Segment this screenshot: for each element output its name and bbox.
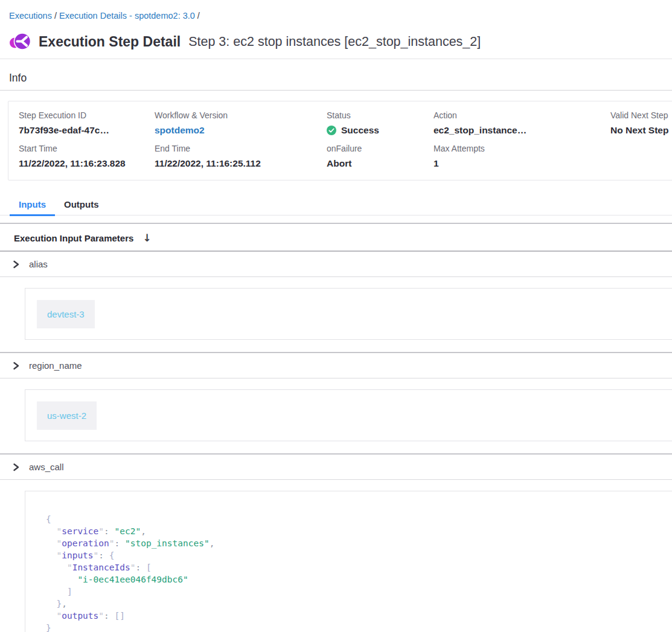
param-name: aws_call [29, 462, 64, 472]
breadcrumb-link-execution-details[interactable]: Execution Details - spotdemo2: 3.0 [59, 11, 195, 21]
execution-input-parameters-header: Execution Input Parameters ↓ [14, 232, 672, 244]
field-value: 1 [434, 158, 610, 169]
field-label: Max Attempts [434, 144, 610, 154]
field-value: Abort [327, 158, 434, 169]
field-workflow-version: Workflow & Version spotdemo2 [155, 110, 327, 136]
chevron-right-icon [12, 260, 20, 269]
param-json-box: { "service": "ec2", "operation": "stop_i… [25, 491, 672, 632]
chevron-right-icon [12, 362, 20, 370]
field-label: Workflow & Version [155, 110, 327, 121]
tab-outputs[interactable]: Outputs [55, 194, 108, 215]
field-empty [610, 144, 672, 169]
param-section-alias: alias devtest-3 [0, 252, 672, 353]
param-value-box: devtest-3 [25, 288, 672, 340]
param-value-box: us-west-2 [25, 389, 672, 441]
param-value-chip: devtest-3 [37, 300, 95, 328]
breadcrumb-separator: / [195, 11, 202, 21]
down-arrow-icon[interactable]: ↓ [142, 232, 151, 244]
section-toggle-aws-call[interactable]: aws_call [0, 455, 672, 480]
param-name: alias [29, 259, 48, 269]
section-toggle-region-name[interactable]: region_name [0, 353, 672, 378]
params-heading: Execution Input Parameters [14, 233, 133, 243]
field-start-time: Start Time 11/22/2022, 11:16:23.828 [19, 144, 155, 169]
field-valid-next-step: Valid Next Step No Next Step [610, 110, 672, 136]
field-step-execution-id: Step Execution ID 7b73f93e-edaf-47c… [19, 110, 155, 136]
workflow-link[interactable]: spotdemo2 [155, 124, 327, 136]
page-subtitle: Step 3: ec2 stop instances [ec2_stop_ins… [188, 34, 481, 49]
field-label: Valid Next Step [610, 110, 672, 121]
page-header: Execution Step Detail Step 3: ec2 stop i… [9, 30, 663, 53]
field-value: ec2_stop_instance… [434, 124, 610, 136]
page-title: Execution Step Detail [39, 34, 181, 50]
json-code: { "service": "ec2", "operation": "stop_i… [46, 513, 672, 632]
field-label: Step Execution ID [19, 110, 155, 121]
field-label: onFailure [327, 144, 434, 154]
param-section-aws-call: aws_call { "service": "ec2", "operation"… [0, 455, 672, 632]
breadcrumb: Executions/Execution Details - spotdemo2… [0, 0, 672, 21]
field-action: Action ec2_stop_instance… [434, 110, 610, 136]
field-value: No Next Step [610, 124, 672, 136]
success-check-icon [327, 126, 336, 135]
param-name: region_name [29, 360, 82, 371]
field-label: Status [327, 110, 434, 121]
field-end-time: End Time 11/22/2022, 11:16:25.112 [155, 144, 327, 169]
divider [0, 59, 672, 59]
divider [0, 223, 672, 224]
param-section-region-name: region_name us-west-2 [0, 353, 672, 455]
field-label: Start Time [19, 144, 155, 154]
field-value: 11/22/2022, 11:16:23.828 [19, 158, 155, 169]
field-label: Action [434, 110, 610, 121]
tab-bar: Inputs Outputs [0, 194, 672, 215]
divider [0, 90, 672, 91]
param-value-chip: us-west-2 [37, 401, 97, 430]
info-section-heading: Info [9, 72, 663, 85]
field-label: End Time [155, 144, 327, 154]
field-max-attempts: Max Attempts 1 [434, 144, 610, 169]
step-info-card: Step Execution ID 7b73f93e-edaf-47c… Wor… [8, 101, 672, 180]
field-value: 7b73f93e-edaf-47c… [19, 124, 155, 136]
workflow-logo-icon [9, 31, 31, 53]
section-toggle-alias[interactable]: alias [0, 252, 672, 277]
tab-inputs[interactable]: Inputs [10, 194, 55, 215]
field-onfailure: onFailure Abort [327, 144, 434, 169]
breadcrumb-link-executions[interactable]: Executions [9, 11, 52, 21]
field-value: 11/22/2022, 11:16:25.112 [155, 158, 327, 169]
status-badge: Success [341, 124, 379, 136]
breadcrumb-separator: / [52, 11, 59, 21]
field-status: Status Success [327, 110, 434, 136]
chevron-right-icon [12, 463, 20, 471]
